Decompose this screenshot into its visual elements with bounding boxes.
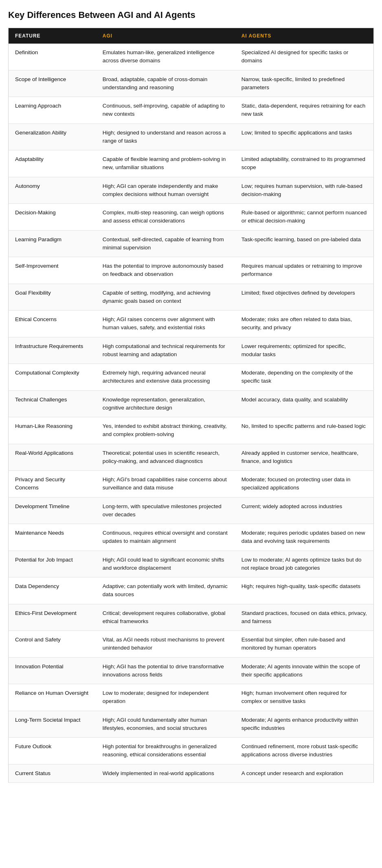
table-row: AutonomyHigh; AGI can operate independen…: [9, 177, 374, 204]
cell-feature: Development Timeline: [9, 497, 96, 524]
table-header-row: FEATURE AGI AI AGENTS: [9, 28, 374, 44]
cell-agents: Limited; fixed objectives defined by dev…: [235, 284, 374, 311]
cell-feature: Definition: [9, 44, 96, 70]
cell-agents: Standard practices, focused on data ethi…: [235, 604, 374, 631]
table-row: Technical ChallengesKnowledge representa…: [9, 390, 374, 417]
cell-agi: High potential for breakthroughs in gene…: [96, 738, 235, 764]
cell-agents: Continued refinement, more robust task-s…: [235, 738, 374, 764]
cell-agi: Broad, adaptable, capable of cross-domai…: [96, 70, 235, 97]
page-title: Key Differences Between AGI and AI Agent…: [8, 10, 374, 20]
table-row: Real-World ApplicationsTheoretical; pote…: [9, 444, 374, 471]
table-row: Ethical ConcernsHigh; AGI raises concern…: [9, 311, 374, 337]
cell-agi: Emulates human-like, generalized intelli…: [96, 44, 235, 70]
cell-agents: Already applied in customer service, hea…: [235, 444, 374, 471]
cell-agents: High; human involvement often required f…: [235, 684, 374, 711]
table-row: Learning ParadigmContextual, self-direct…: [9, 230, 374, 257]
table-row: Maintenance NeedsContinuous, requires et…: [9, 524, 374, 551]
cell-agi: Theoretical; potential uses in scientifi…: [96, 444, 235, 471]
cell-agi: Long-term, with speculative milestones p…: [96, 497, 235, 524]
cell-agents: Moderate; AI agents enhance productivity…: [235, 711, 374, 738]
cell-feature: Real-World Applications: [9, 444, 96, 471]
table-row: Future OutlookHigh potential for breakth…: [9, 738, 374, 764]
cell-feature: Self-Improvement: [9, 257, 96, 284]
cell-feature: Long-Term Societal Impact: [9, 711, 96, 738]
col-header-agents: AI AGENTS: [235, 28, 374, 44]
cell-agi: High; AGI could lead to significant econ…: [96, 551, 235, 577]
cell-agents: No, limited to specific patterns and rul…: [235, 417, 374, 444]
cell-agi: Complex, multi-step reasoning, can weigh…: [96, 204, 235, 231]
cell-agi: Adaptive; can potentially work with limi…: [96, 577, 235, 604]
cell-agents: Narrow, task-specific, limited to predef…: [235, 70, 374, 97]
table-row: Development TimelineLong-term, with spec…: [9, 497, 374, 524]
cell-agents: Task-specific learning, based on pre-lab…: [235, 230, 374, 257]
cell-agents: Specialized AI designed for specific tas…: [235, 44, 374, 70]
cell-feature: Adaptability: [9, 150, 96, 177]
col-header-feature: FEATURE: [9, 28, 96, 44]
cell-feature: Goal Flexibility: [9, 284, 96, 311]
table-row: Privacy and Security ConcernsHigh; AGI's…: [9, 471, 374, 498]
cell-agi: Extremely high, requiring advanced neura…: [96, 364, 235, 391]
cell-feature: Technical Challenges: [9, 390, 96, 417]
cell-feature: Ethics-First Development: [9, 604, 96, 631]
table-row: Potential for Job ImpactHigh; AGI could …: [9, 551, 374, 577]
cell-feature: Potential for Job Impact: [9, 551, 96, 577]
table-row: Control and SafetyVital, as AGI needs ro…: [9, 631, 374, 658]
table-row: Goal FlexibilityCapable of setting, modi…: [9, 284, 374, 311]
cell-agents: A concept under research and exploration: [235, 764, 374, 782]
cell-agi: Knowledge representation, generalization…: [96, 390, 235, 417]
col-header-agi: AGI: [96, 28, 235, 44]
cell-feature: Human-Like Reasoning: [9, 417, 96, 444]
cell-agents: Current; widely adopted across industrie…: [235, 497, 374, 524]
table-row: Infrastructure RequirementsHigh computat…: [9, 337, 374, 364]
cell-feature: Decision-Making: [9, 204, 96, 231]
table-row: Long-Term Societal ImpactHigh; AGI could…: [9, 711, 374, 738]
table-row: Ethics-First DevelopmentCritical; develo…: [9, 604, 374, 631]
cell-agents: Moderate; AI agents innovate within the …: [235, 657, 374, 684]
cell-feature: Innovation Potential: [9, 657, 96, 684]
table-row: Computational ComplexityExtremely high, …: [9, 364, 374, 391]
table-row: Self-ImprovementHas the potential to imp…: [9, 257, 374, 284]
cell-feature: Generalization Ability: [9, 123, 96, 150]
cell-feature: Scope of Intelligence: [9, 70, 96, 97]
cell-feature: Privacy and Security Concerns: [9, 471, 96, 498]
table-row: Human-Like ReasoningYes, intended to exh…: [9, 417, 374, 444]
cell-feature: Autonomy: [9, 177, 96, 204]
cell-agents: Lower requirements; optimized for specif…: [235, 337, 374, 364]
cell-agi: Contextual, self-directed, capable of le…: [96, 230, 235, 257]
cell-feature: Infrastructure Requirements: [9, 337, 96, 364]
cell-feature: Computational Complexity: [9, 364, 96, 391]
cell-feature: Learning Approach: [9, 97, 96, 124]
cell-agi: Critical; development requires collabora…: [96, 604, 235, 631]
cell-agents: Moderate; focused on protecting user dat…: [235, 471, 374, 498]
cell-agi: Low to moderate; designed for independen…: [96, 684, 235, 711]
cell-feature: Data Dependency: [9, 577, 96, 604]
cell-agi: High; designed to understand and reason …: [96, 123, 235, 150]
table-row: Reliance on Human OversightLow to modera…: [9, 684, 374, 711]
table-row: Generalization AbilityHigh; designed to …: [9, 123, 374, 150]
cell-agents: Moderate, depending on the complexity of…: [235, 364, 374, 391]
cell-feature: Control and Safety: [9, 631, 96, 658]
cell-agi: Continuous, self-improving, capable of a…: [96, 97, 235, 124]
cell-agents: Model accuracy, data quality, and scalab…: [235, 390, 374, 417]
cell-agi: High; AGI could fundamentally alter huma…: [96, 711, 235, 738]
cell-feature: Future Outlook: [9, 738, 96, 764]
cell-agents: High; requires high-quality, task-specif…: [235, 577, 374, 604]
cell-agi: Widely implemented in real-world applica…: [96, 764, 235, 782]
cell-agi: Vital, as AGI needs robust mechanisms to…: [96, 631, 235, 658]
cell-agi: High computational and technical require…: [96, 337, 235, 364]
table-row: Current StatusWidely implemented in real…: [9, 764, 374, 782]
cell-agents: Moderate; risks are often related to dat…: [235, 311, 374, 337]
table-row: DefinitionEmulates human-like, generaliz…: [9, 44, 374, 70]
table-row: Scope of IntelligenceBroad, adaptable, c…: [9, 70, 374, 97]
cell-feature: Ethical Concerns: [9, 311, 96, 337]
table-row: Data DependencyAdaptive; can potentially…: [9, 577, 374, 604]
comparison-table: FEATURE AGI AI AGENTS DefinitionEmulates…: [8, 28, 374, 783]
cell-agents: Static, data-dependent, requires retrain…: [235, 97, 374, 124]
table-row: Innovation PotentialHigh; AGI has the po…: [9, 657, 374, 684]
cell-agents: Moderate; requires periodic updates base…: [235, 524, 374, 551]
cell-agi: High; AGI raises concerns over alignment…: [96, 311, 235, 337]
cell-feature: Reliance on Human Oversight: [9, 684, 96, 711]
table-row: AdaptabilityCapable of flexible learning…: [9, 150, 374, 177]
cell-agents: Low; limited to specific applications an…: [235, 123, 374, 150]
cell-agi: Yes, intended to exhibit abstract thinki…: [96, 417, 235, 444]
